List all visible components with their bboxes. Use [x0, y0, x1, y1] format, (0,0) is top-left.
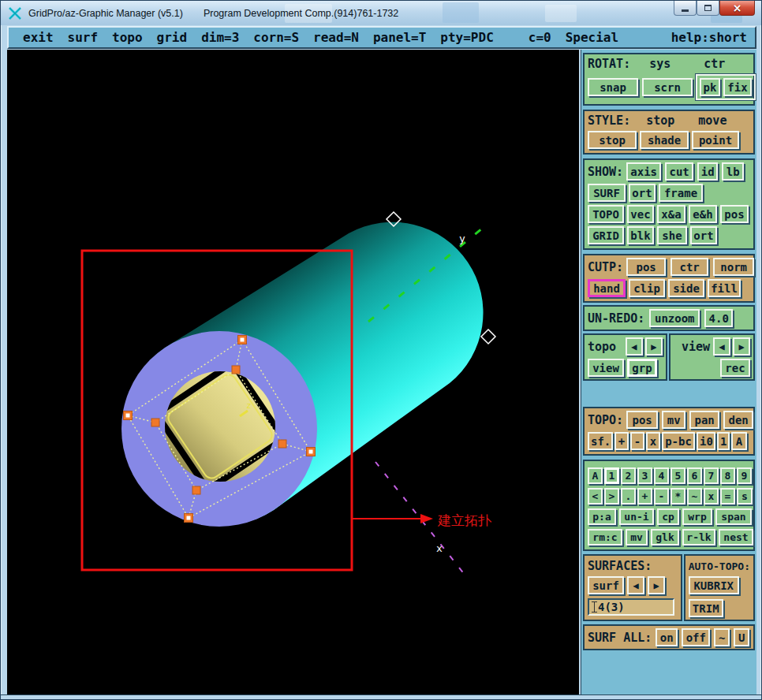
- rec-button[interactable]: rec: [720, 359, 750, 377]
- clip-button[interactable]: clip: [629, 279, 665, 297]
- minus-button[interactable]: -: [630, 432, 644, 450]
- maximize-button[interactable]: [697, 1, 719, 16]
- menu-grid[interactable]: grid: [157, 30, 188, 45]
- blk-button[interactable]: blk: [627, 226, 654, 244]
- key-star-button[interactable]: *: [670, 488, 685, 505]
- surfall-tilde-button[interactable]: ~: [714, 628, 730, 646]
- frame-button[interactable]: frame: [659, 184, 703, 202]
- den-button[interactable]: den: [723, 411, 753, 429]
- axis-button[interactable]: axis: [626, 162, 661, 181]
- close-button[interactable]: ×: [719, 1, 755, 16]
- menu-dim[interactable]: dim=3: [201, 30, 239, 45]
- id-button[interactable]: id: [697, 162, 718, 181]
- one-button[interactable]: 1: [717, 432, 730, 450]
- topo-corner-handle[interactable]: [278, 440, 286, 448]
- surf-prev-button[interactable]: ◀: [627, 576, 644, 594]
- key-gt-button[interactable]: >: [604, 488, 619, 505]
- glk-button[interactable]: glk: [651, 529, 679, 545]
- pos-button[interactable]: pos: [720, 205, 749, 223]
- plus-button[interactable]: +: [614, 432, 629, 450]
- key-lt-button[interactable]: <: [588, 488, 603, 505]
- scrn-button[interactable]: scrn: [642, 78, 693, 96]
- 4-0-button[interactable]: 4.0: [704, 309, 733, 327]
- surf-button[interactable]: surf: [588, 576, 624, 594]
- view-prev-button[interactable]: ◀: [713, 337, 730, 356]
- x-a-button[interactable]: x&a: [657, 205, 685, 223]
- minimize-button[interactable]: [674, 1, 697, 16]
- off-button[interactable]: off: [682, 628, 710, 646]
- cut-button[interactable]: cut: [665, 162, 693, 181]
- stop-button[interactable]: stop: [588, 131, 637, 149]
- i0-button[interactable]: i0: [697, 432, 715, 450]
- topo-corner-handle[interactable]: [192, 486, 200, 494]
- sf-button[interactable]: sf.: [588, 432, 613, 450]
- key-9-button[interactable]: 9: [737, 467, 752, 484]
- key-3-button[interactable]: 3: [637, 467, 652, 484]
- key-x-button[interactable]: x: [704, 488, 719, 505]
- pos-button[interactable]: pos: [626, 258, 666, 276]
- menu-special[interactable]: Special: [566, 30, 618, 45]
- ort-button[interactable]: ort: [629, 184, 656, 202]
- topo-corner-handle[interactable]: [238, 336, 247, 344]
- fix-button[interactable]: fix: [723, 78, 752, 96]
- key-7-button[interactable]: 7: [704, 467, 719, 484]
- menu-c0[interactable]: c=0: [529, 30, 551, 45]
- x-button[interactable]: x: [646, 432, 660, 450]
- nest-button[interactable]: nest: [719, 529, 753, 545]
- key-4-button[interactable]: 4: [654, 467, 669, 484]
- menu-topo[interactable]: topo: [112, 30, 143, 45]
- ort-button[interactable]: ort: [690, 226, 717, 244]
- shade-button[interactable]: shade: [640, 131, 689, 149]
- topo-button[interactable]: TOPO: [588, 205, 624, 223]
- viewport-3d[interactable]: z: [7, 50, 579, 696]
- menu-exit[interactable]: exit: [23, 30, 54, 45]
- key-1-button[interactable]: 1: [604, 467, 619, 484]
- wrp-button[interactable]: wrp: [682, 508, 712, 525]
- topo-corner-handle[interactable]: [151, 419, 159, 426]
- key-eq-button[interactable]: =: [720, 488, 735, 505]
- topo-corner-handle[interactable]: [307, 448, 316, 456]
- surface-name-input[interactable]: 4(3): [588, 598, 674, 616]
- mv-button[interactable]: mv: [626, 529, 648, 545]
- menu-pty[interactable]: pty=PDC: [440, 30, 493, 45]
- key-6-button[interactable]: 6: [687, 467, 702, 484]
- key-5-button[interactable]: 5: [670, 467, 685, 484]
- topo-corner-handle[interactable]: [185, 514, 193, 523]
- topo-corner-handle[interactable]: [232, 366, 240, 374]
- topo-prev-button[interactable]: ◀: [626, 337, 643, 356]
- p-bc-button[interactable]: p-bc: [662, 432, 695, 450]
- key-minus-button[interactable]: -: [654, 488, 669, 505]
- vec-button[interactable]: vec: [627, 205, 654, 223]
- key-s-button[interactable]: s: [737, 488, 753, 505]
- unzoom-button[interactable]: unzoom: [649, 309, 700, 327]
- key-dot-button[interactable]: .: [621, 488, 636, 505]
- kubrix-button[interactable]: KUBRIX: [689, 576, 739, 594]
- surfall-u-button[interactable]: U: [734, 628, 749, 646]
- topo-next-button[interactable]: ▶: [645, 337, 663, 356]
- she-button[interactable]: she: [657, 226, 687, 244]
- menu-help[interactable]: help:short: [671, 30, 747, 45]
- span-button[interactable]: span: [715, 508, 752, 525]
- key-plus-button[interactable]: +: [637, 488, 652, 505]
- lb-button[interactable]: lb: [722, 162, 744, 181]
- fill-button[interactable]: fill: [708, 279, 741, 297]
- pk-button[interactable]: pk: [700, 78, 720, 96]
- a-button[interactable]: A: [731, 432, 747, 450]
- key-tilde-button[interactable]: ~: [687, 488, 702, 505]
- menu-corn[interactable]: corn=S: [253, 30, 299, 45]
- mv-button[interactable]: mv: [662, 411, 685, 429]
- grp-button[interactable]: grp: [627, 359, 657, 377]
- menu-panel[interactable]: panel=T: [373, 30, 426, 45]
- ctr-button[interactable]: ctr: [670, 258, 708, 276]
- grid-button[interactable]: GRID: [588, 226, 624, 244]
- r-lk-button[interactable]: r-lk: [682, 529, 715, 545]
- hand-button[interactable]: hand: [588, 279, 626, 297]
- e-h-button[interactable]: e&h: [689, 205, 717, 223]
- view-button[interactable]: view: [588, 359, 624, 377]
- key-2-button[interactable]: 2: [621, 467, 636, 484]
- side-button[interactable]: side: [668, 279, 704, 297]
- surf-button[interactable]: SURF: [588, 184, 626, 202]
- snap-button[interactable]: snap: [588, 78, 638, 96]
- trim-button[interactable]: TRIM: [689, 599, 723, 617]
- key-a-button[interactable]: A: [588, 467, 603, 484]
